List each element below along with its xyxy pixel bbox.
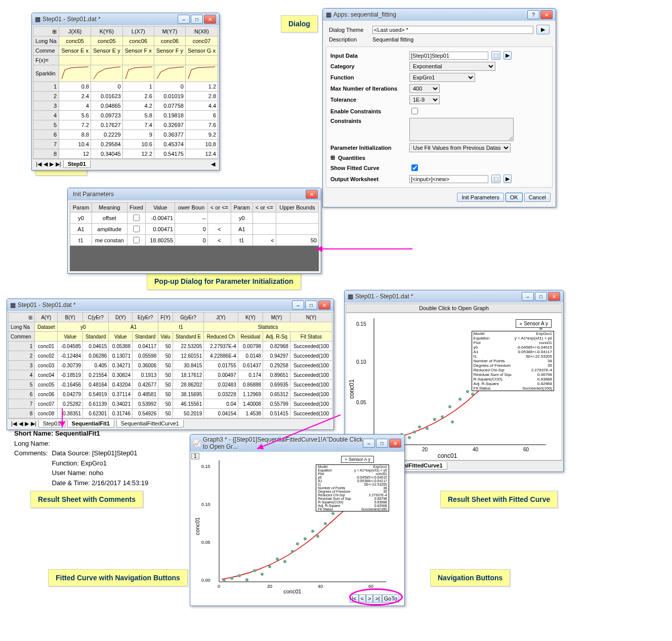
svg-point-25 [471,393,474,396]
svg-point-55 [261,573,264,576]
flyout-button[interactable]: ▶ [503,51,512,60]
close-button[interactable]: ✕ [548,292,560,301]
window-datasheet: ▦ Step01 - Step01.dat * – □ ✕ ⊞J(X6)K(Y6… [31,13,220,170]
tab-nav-prev[interactable]: ◀ [44,161,48,167]
minimize-button[interactable]: – [363,439,375,448]
maximize-button[interactable]: □ [535,292,547,301]
tab-nav-first[interactable]: |◀ [36,161,41,167]
label-popup: Pop-up Dialog for Parameter Initializati… [147,273,301,290]
window-graph3: 📈 Graph3 * - {[Step01]SequentialFittedCu… [190,434,405,606]
svg-point-57 [276,558,279,561]
svg-text:20: 20 [267,584,272,589]
expand-icon[interactable]: ⊞ [330,154,335,161]
svg-point-62 [311,530,314,533]
quantities-label: Quantities [338,155,365,161]
init-params-title: Init Parameters [73,191,306,198]
tab-bar[interactable]: |◀ ◀ ▶ ▶| Step01 ◀ [33,159,218,169]
close-button[interactable]: ✕ [540,10,553,19]
svg-point-53 [245,578,248,581]
window-init-params: Init Parameters ✕ ParamMeaningFixedValue… [67,188,321,274]
svg-point-54 [253,569,256,572]
dialog-title: Apps: sequential_fitting [333,11,527,18]
label-result-comments: Result Sheet with Comments [30,491,143,508]
description-text: Sequential fitting [372,36,413,42]
svg-text:60: 60 [523,447,529,452]
label-result-curve: Result Sheet with Fitted Curve [440,491,558,508]
svg-point-61 [304,537,307,540]
result-grid[interactable]: ⊞A(Y)B(Y)C(yEr?D(Y)E(yEr?F(Y)G(yEr?J(Y)K… [8,312,332,418]
init-params-grid[interactable]: ParamMeaningFixedValueower Boun< or <=Pa… [70,202,319,246]
highlight-oval [349,588,403,606]
tab-step01[interactable]: Step01 [63,160,91,168]
tab-sequentialfit1[interactable]: SequentialFit1 [67,420,114,428]
window-title: Step01 - Step01.dat * [43,16,178,23]
label-dialog: Dialog [281,15,318,32]
output-ws-field[interactable] [409,175,488,183]
svg-text:40: 40 [473,447,479,452]
enable-constraints-checkbox[interactable] [411,108,418,114]
svg-text:0.00: 0.00 [201,578,211,583]
banner-label: Double Click to Open Graph [346,304,562,313]
legend: ● Sensor A y [516,319,552,328]
minimize-button[interactable]: – [178,15,190,24]
svg-point-63 [316,535,319,538]
svg-point-22 [451,420,454,423]
close-button[interactable]: ✕ [204,15,216,24]
tab-nav-next[interactable]: ▶ [50,161,54,167]
category-select[interactable]: Exponential [409,62,495,71]
maximize-button[interactable]: □ [191,15,203,24]
maximize-button[interactable]: □ [305,301,317,310]
select-output-button[interactable]: ⬚ [491,175,500,183]
tab-nav-last[interactable]: ▶| [56,161,61,167]
tab-nav-first[interactable]: |◀ [11,420,17,427]
theme-input[interactable] [372,26,533,34]
titlebar[interactable]: ▦ Step01 - Step01.dat * – □ ✕ [32,13,219,25]
show-fitted-checkbox[interactable] [411,164,418,171]
svg-point-20 [441,415,444,418]
select-range-button[interactable]: ⬚ [491,51,500,60]
close-button[interactable]: ✕ [318,301,330,310]
theme-menu-button[interactable]: ▶ [536,25,550,34]
layer-indicator[interactable]: 1 [191,453,199,459]
svg-text:0: 0 [218,584,220,589]
function-select[interactable]: ExpGro1 [409,73,475,82]
ok-button[interactable]: OK [506,193,523,202]
maximize-button[interactable]: □ [376,439,388,448]
sparkline [61,66,89,81]
tolerance-select[interactable]: 1E-9 [409,95,440,104]
svg-text:conc01: conc01 [348,379,355,399]
window-result-sheet: ▦ Step01 - Step01.dat * – □ ✕ ⊞A(Y)B(Y)C… [7,298,334,430]
legend: ● Sensor A y [341,456,374,463]
svg-point-21 [448,405,451,408]
svg-text:40: 40 [318,584,323,589]
svg-point-23 [458,398,461,401]
input-data-field[interactable] [409,52,488,60]
svg-line-76 [257,415,341,449]
param-init-select[interactable]: Use Fit Values from Previous Dataset [409,143,511,152]
svg-point-18 [426,427,429,430]
cancel-button[interactable]: Cancel [524,193,551,202]
svg-point-52 [238,574,241,577]
minimize-button[interactable]: – [292,301,304,310]
output-flyout-button[interactable]: ▶ [503,175,512,183]
close-button[interactable]: ✕ [306,190,318,199]
svg-text:conc01: conc01 [283,588,301,594]
init-parameters-button[interactable]: Init Parameters [457,193,504,202]
svg-point-15 [408,436,411,439]
maxiter-select[interactable]: 400 [409,84,440,93]
window-title: Step01 - Step01.dat * [18,302,292,309]
svg-text:0.15: 0.15 [201,464,211,469]
window-dialog: ▦ Apps: sequential_fitting ? ✕ Dialog Th… [322,8,556,207]
svg-point-65 [331,512,334,515]
svg-point-17 [418,425,421,429]
tab-sequentialfittedcurve1[interactable]: SequentialFittedCurve1 [116,420,184,428]
svg-text:conc01: conc01 [194,517,200,535]
svg-text:0.10: 0.10 [201,502,211,507]
close-button[interactable]: ✕ [389,439,401,448]
minimize-button[interactable]: – [522,292,534,301]
svg-point-56 [268,565,271,568]
label-nav-buttons: Navigation Buttons [430,569,510,586]
data-grid[interactable]: ⊞J(X6)K(Y6)L(X7)M(Y7)N(X8) Long Naconc05… [33,26,218,159]
svg-point-16 [413,431,416,434]
help-button[interactable]: ? [527,10,539,19]
